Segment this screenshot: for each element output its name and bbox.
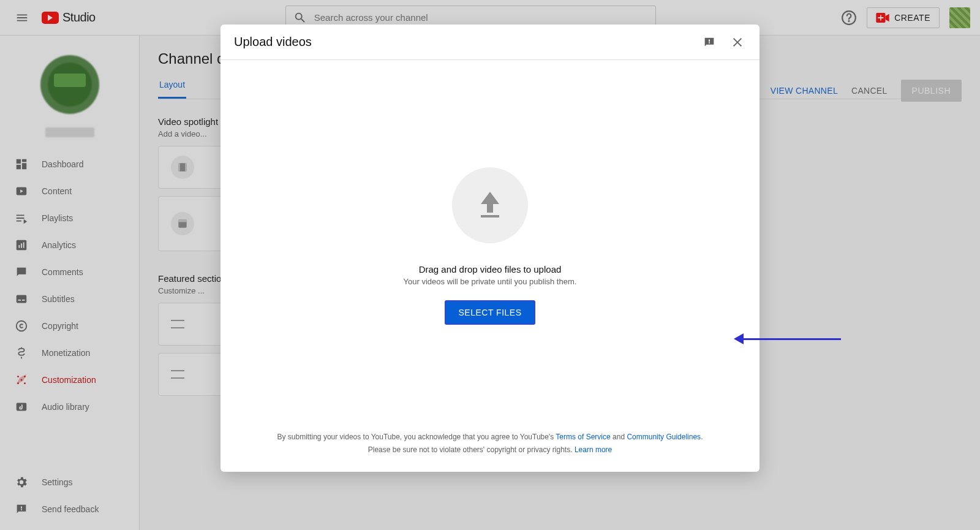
annotation-arrow bbox=[734, 333, 841, 344]
terms-link[interactable]: Terms of Service bbox=[556, 433, 610, 441]
drop-title: Drag and drop video files to upload bbox=[419, 264, 562, 274]
close-icon bbox=[731, 36, 744, 49]
select-files-button[interactable]: SELECT FILES bbox=[445, 301, 534, 324]
close-button[interactable] bbox=[729, 34, 746, 51]
upload-arrow-icon bbox=[476, 189, 504, 221]
modal-body: Drag and drop video files to upload Your… bbox=[221, 60, 760, 431]
send-feedback-button[interactable] bbox=[701, 34, 718, 51]
modal-overlay[interactable]: Upload videos Drag and drop video files … bbox=[0, 0, 980, 530]
drop-subtitle: Your videos will be private until you pu… bbox=[404, 277, 577, 286]
footer-dot: . bbox=[701, 433, 703, 441]
guidelines-link[interactable]: Community Guidelines bbox=[627, 433, 701, 441]
modal-header: Upload videos bbox=[221, 25, 760, 60]
footer-and: and bbox=[611, 433, 627, 441]
modal-footer: By submitting your videos to YouTube, yo… bbox=[221, 431, 760, 472]
footer-text-1: By submitting your videos to YouTube, yo… bbox=[277, 433, 556, 441]
svg-rect-31 bbox=[481, 215, 499, 218]
svg-rect-30 bbox=[709, 42, 710, 44]
svg-rect-29 bbox=[709, 39, 710, 42]
feedback-icon bbox=[703, 36, 716, 49]
learn-more-link[interactable]: Learn more bbox=[575, 445, 612, 454]
footer-text-2: Please be sure not to violate others' co… bbox=[368, 445, 575, 454]
modal-title: Upload videos bbox=[234, 35, 312, 49]
upload-modal: Upload videos Drag and drop video files … bbox=[221, 25, 760, 472]
upload-drop-zone[interactable] bbox=[452, 167, 528, 243]
